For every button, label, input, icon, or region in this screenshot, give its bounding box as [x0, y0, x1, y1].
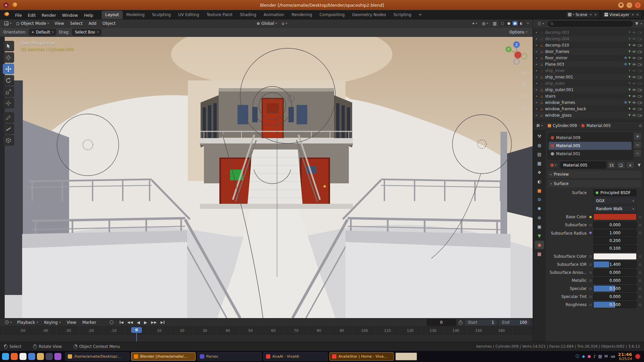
- prev-keyframe-button[interactable]: ◀◀: [126, 320, 134, 325]
- outliner-item[interactable]: ▸ △ decomp.004 ⚙ ▼: [534, 36, 643, 42]
- expand-icon[interactable]: ▸: [535, 88, 538, 91]
- auto-keyframe-toggle[interactable]: [110, 320, 113, 324]
- disable-in-renders-icon[interactable]: [638, 31, 642, 34]
- window-minimize-button[interactable]: −: [627, 2, 632, 8]
- properties-tab[interactable]: ✱: [535, 204, 544, 213]
- window-pin-button[interactable]: ♥: [618, 2, 624, 8]
- hide-in-viewport-icon[interactable]: [632, 107, 636, 111]
- properties-tab[interactable]: ◐: [535, 177, 544, 186]
- tray-icon[interactable]: ⓘ: [576, 354, 580, 359]
- object-name[interactable]: decomp.004: [545, 37, 627, 41]
- properties-tab[interactable]: ▣: [535, 223, 544, 231]
- show-gizmo-dropdown[interactable]: ⌖ ▾: [470, 20, 479, 26]
- decorator-dot[interactable]: [639, 288, 641, 290]
- window-button[interactable]: AnalieStar | Home - Viva...: [329, 352, 394, 361]
- menu-item[interactable]: Help: [81, 12, 96, 19]
- outliner-search[interactable]: [548, 21, 633, 27]
- object-name[interactable]: ship_outer: [545, 81, 627, 86]
- radius-y-field[interactable]: 0.200: [593, 237, 637, 244]
- decorator-dot[interactable]: [639, 272, 641, 274]
- titlebar[interactable]: ◆ Blender [/home/amalie/Desktop/blender/…: [0, 0, 644, 10]
- roughness-slider[interactable]: 0.500: [593, 301, 637, 308]
- properties-tab[interactable]: ⚒: [535, 132, 544, 140]
- tool-select-box[interactable]: [3, 41, 14, 51]
- tool-annotate[interactable]: [3, 112, 14, 123]
- viewlayer-selector[interactable]: ViewLayer + ×: [602, 11, 641, 18]
- timeline-ruler[interactable]: -50-40-30-20-100102030405060708090100110…: [0, 326, 533, 335]
- disable-in-renders-icon[interactable]: [638, 44, 642, 47]
- properties-tab[interactable]: ◍: [535, 141, 544, 149]
- object-name[interactable]: ship_inner: [545, 68, 627, 73]
- keying-menu[interactable]: Keying▾: [42, 319, 63, 326]
- workspace-tab[interactable]: Texture Paint: [203, 11, 236, 19]
- workspace-tab[interactable]: Rendering: [288, 11, 316, 19]
- subsurface-method-dropdown[interactable]: Random Walk ▾: [593, 205, 637, 212]
- options-dropdown[interactable]: Options ▾: [509, 30, 529, 35]
- tray-icon[interactable]: ✉: [604, 354, 608, 359]
- distribution-dropdown[interactable]: GGX ▾: [593, 197, 637, 204]
- scene-selector[interactable]: ▾ Scene + ×: [566, 11, 599, 18]
- radius-x-field[interactable]: 1.000: [593, 230, 637, 236]
- unlink-scene-button[interactable]: ×: [593, 13, 597, 16]
- decorator-dot[interactable]: [639, 280, 641, 282]
- jump-to-start-button[interactable]: ◀: [119, 320, 124, 325]
- properties-tab[interactable]: ⚙: [535, 195, 544, 204]
- disable-in-renders-icon[interactable]: [638, 82, 642, 85]
- expand-icon[interactable]: ▸: [535, 50, 538, 53]
- object-name[interactable]: ship_inner.001: [545, 75, 627, 79]
- disable-in-renders-icon[interactable]: [638, 56, 642, 60]
- next-keyframe-button[interactable]: ▶▶: [150, 320, 157, 325]
- expand-icon[interactable]: ▸: [535, 107, 538, 110]
- play-button[interactable]: ▶: [143, 319, 148, 325]
- remove-viewlayer-button[interactable]: ×: [636, 13, 639, 16]
- viewport-menu-item[interactable]: Select: [67, 20, 86, 27]
- shading-mode-button[interactable]: ●: [506, 21, 512, 25]
- menu-item[interactable]: Edit: [25, 12, 39, 19]
- launcher-icon[interactable]: [37, 353, 44, 360]
- menu-item[interactable]: Render: [39, 12, 59, 19]
- snap-toggle[interactable]: ∪ ▾: [279, 20, 289, 26]
- xray-toggle[interactable]: ▥: [491, 20, 498, 26]
- scene-upper-door[interactable]: [262, 98, 284, 139]
- disable-in-renders-icon[interactable]: [638, 63, 642, 66]
- base-color-swatch[interactable]: [593, 214, 637, 220]
- material-slot-list[interactable]: Material.009 Material.005 Material.001: [548, 133, 633, 160]
- decorator-dot[interactable]: [639, 304, 641, 306]
- hide-in-viewport-icon[interactable]: [632, 37, 636, 41]
- timeline-marker-menu[interactable]: Marker: [79, 319, 99, 326]
- proportional-editing-toggle[interactable]: [290, 23, 294, 24]
- tray-icon[interactable]: ♪: [593, 354, 596, 359]
- playback-menu[interactable]: Playback▾: [14, 319, 41, 326]
- tray-icon[interactable]: ◆: [582, 354, 585, 359]
- hide-in-viewport-icon[interactable]: [632, 101, 636, 104]
- object-name[interactable]: Plane.003: [545, 62, 623, 67]
- viewport-menu-item[interactable]: Object: [99, 20, 118, 27]
- timeline-editor-type-button[interactable]: ▾: [3, 319, 14, 325]
- stopwatch-icon[interactable]: [458, 320, 463, 325]
- tool-rotate[interactable]: [3, 75, 14, 85]
- tool-measure[interactable]: [3, 124, 14, 134]
- window-button[interactable]: Blender [/home/amalie/...: [131, 352, 196, 361]
- properties-editor-type-button[interactable]: ▾: [533, 123, 546, 128]
- workspace-tab[interactable]: Shading: [236, 11, 260, 19]
- transform-orientation-dropdown[interactable]: ⊕ Global ▾: [255, 20, 279, 26]
- unlink-material-button[interactable]: ×: [626, 162, 634, 169]
- disable-in-renders-icon[interactable]: [638, 114, 642, 117]
- drag-dropdown[interactable]: Select Box ▾: [72, 29, 101, 36]
- disable-in-renders-icon[interactable]: [638, 50, 642, 53]
- launcher-icon[interactable]: [54, 353, 61, 360]
- window-close-button[interactable]: ×: [635, 2, 641, 8]
- scene-right-platform[interactable]: [345, 231, 511, 318]
- outliner-item[interactable]: ▸ △ window_frames_back ⚙ ▼: [534, 106, 643, 112]
- object-name[interactable]: window_frames_back: [545, 107, 627, 111]
- workspace-tab[interactable]: Sculpting: [148, 11, 174, 19]
- window-button[interactable]: Parsec: [197, 352, 262, 361]
- shading-mode-button[interactable]: ◉: [513, 21, 518, 25]
- outliner-item[interactable]: ▸ △ window_frames ⚙ ▼: [534, 99, 643, 106]
- tray-icon[interactable]: ▤: [598, 354, 602, 359]
- outliner-item[interactable]: ▸ △ Plane.003 ⚙ ▼: [534, 61, 643, 67]
- decorator-dot[interactable]: [639, 232, 641, 234]
- disable-in-renders-icon[interactable]: [638, 101, 642, 104]
- launcher-icon[interactable]: [46, 353, 53, 360]
- hide-in-viewport-icon[interactable]: [632, 95, 636, 98]
